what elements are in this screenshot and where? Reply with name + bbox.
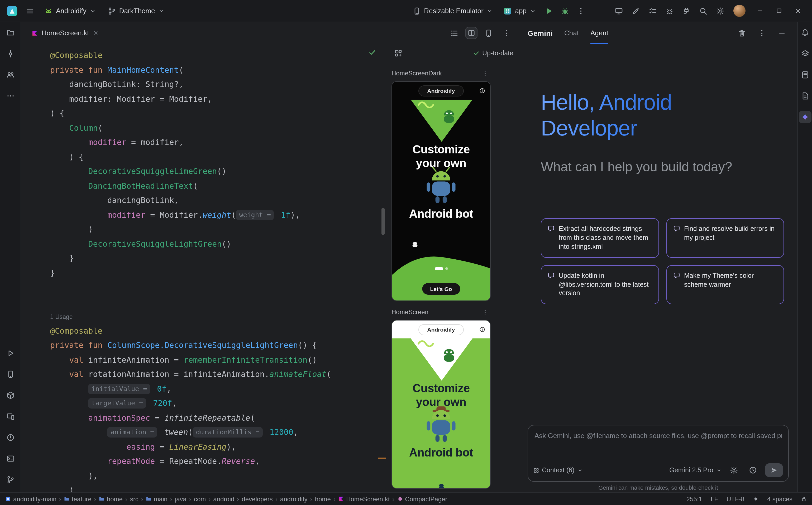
- statusbar-right: 255:1 LF UTF-8 4 spaces: [686, 495, 807, 503]
- android-bot-illustration: [421, 166, 462, 205]
- editor-mode-design-button[interactable]: [482, 26, 495, 40]
- notifications-button[interactable]: [799, 26, 811, 39]
- device-explorer-button[interactable]: [799, 68, 811, 81]
- context-selector[interactable]: Context (6): [534, 467, 583, 474]
- breadcrumb-java[interactable]: java: [175, 495, 187, 503]
- more-run-actions-button[interactable]: [574, 4, 588, 18]
- tab-chat[interactable]: Chat: [564, 22, 579, 44]
- build-tool-button[interactable]: [2, 387, 18, 403]
- breadcrumb-src[interactable]: src: [130, 495, 138, 503]
- window-maximize-button[interactable]: [771, 3, 787, 19]
- indent-selector[interactable]: 4 spaces: [767, 495, 793, 503]
- tab-close-icon[interactable]: [93, 30, 98, 36]
- suggestion-card-2[interactable]: Find and resolve build errors in my proj…: [666, 218, 784, 258]
- editor-mode-code-button[interactable]: [447, 26, 461, 40]
- run-config-name: app: [515, 7, 527, 15]
- breadcrumb-androidify[interactable]: androidify: [280, 495, 308, 503]
- more-tool-windows-button[interactable]: [2, 88, 18, 104]
- window-close-button[interactable]: [790, 3, 806, 19]
- clear-chat-button[interactable]: [735, 26, 749, 40]
- editor-options-button[interactable]: [500, 26, 513, 40]
- preview-headline-bot: Android bot: [392, 207, 490, 221]
- preview-name[interactable]: HomeScreenDark: [391, 69, 442, 77]
- ai-status-icon[interactable]: [753, 496, 759, 502]
- pull-requests-tool-button[interactable]: [2, 67, 18, 83]
- suggestion-card-3[interactable]: Update kotlin in @libs.version.toml to t…: [541, 265, 659, 304]
- gemini-settings-icon[interactable]: [727, 463, 741, 477]
- breadcrumb-HomeScreen.kt[interactable]: HomeScreen.kt: [338, 495, 390, 503]
- inspections-ok-icon[interactable]: [368, 48, 376, 56]
- preview-grid-layout-button[interactable]: [391, 46, 405, 60]
- editor-tab-homescreen[interactable]: HomeScreen.kt: [26, 22, 104, 44]
- editor-mode-split-button[interactable]: [465, 27, 477, 39]
- caret-position[interactable]: 255:1: [686, 495, 702, 503]
- preview-menu-icon[interactable]: [482, 309, 488, 315]
- preview-render-homescreendark[interactable]: Androidify Customizeyour own: [391, 81, 491, 301]
- hide-panel-button[interactable]: [775, 26, 789, 40]
- breadcrumb-developers[interactable]: developers: [242, 495, 272, 503]
- window-minimize-button[interactable]: [752, 3, 768, 19]
- gemini-history-icon[interactable]: [746, 463, 760, 477]
- encoding-selector[interactable]: UTF-8: [726, 495, 744, 503]
- tab-agent[interactable]: Agent: [590, 22, 608, 44]
- suggestion-card-4[interactable]: Make my Theme's color scheme warmer: [666, 265, 784, 304]
- run-config-selector[interactable]: app: [499, 4, 540, 17]
- run-button[interactable]: [542, 4, 556, 18]
- version-control-button[interactable]: [2, 472, 18, 488]
- gemini-options-button[interactable]: [755, 26, 769, 40]
- app-title-pill: Androidify: [419, 324, 464, 335]
- project-selector[interactable]: Androidify: [40, 4, 100, 17]
- profiler-button[interactable]: [799, 47, 811, 60]
- running-devices-button[interactable]: [2, 408, 18, 425]
- send-button[interactable]: [765, 463, 783, 477]
- project-tool-button[interactable]: [2, 25, 18, 41]
- gemini-input[interactable]: [535, 432, 782, 440]
- breadcrumb-home[interactable]: home: [315, 495, 331, 503]
- debug-button[interactable]: [558, 4, 572, 18]
- breadcrumb-home[interactable]: home: [99, 495, 123, 503]
- kotlin-icon: [338, 496, 344, 502]
- preview-menu-icon[interactable]: [482, 70, 488, 76]
- gemini-tool-button[interactable]: [799, 111, 811, 123]
- settings-button[interactable]: [713, 4, 727, 18]
- suggestion-text: Extract all hardcoded strings from this …: [559, 224, 652, 251]
- avatar[interactable]: [733, 5, 745, 17]
- app-quality-insights-button[interactable]: [663, 4, 676, 18]
- todo-list-button[interactable]: [646, 4, 660, 18]
- run-tool-button[interactable]: [2, 345, 18, 361]
- preview-toolbar: Up-to-date: [386, 44, 518, 62]
- titlebar: Androidify DarkTheme Resizable Emulator …: [0, 0, 812, 22]
- suggestion-card-1[interactable]: Extract all hardcoded strings from this …: [541, 218, 659, 258]
- breadcrumb-com[interactable]: com: [194, 495, 206, 503]
- breadcrumb-CompactPager[interactable]: CompactPager: [397, 495, 447, 503]
- code-line: dancingBotLink: String?,: [50, 77, 386, 92]
- preview-render-homescreen[interactable]: Androidify Customizeyour own: [391, 320, 491, 489]
- breadcrumb-feature[interactable]: feature: [64, 495, 92, 503]
- terminal-tool-button[interactable]: [2, 451, 18, 467]
- editor-scrollbar[interactable]: [381, 208, 385, 235]
- code-line: initialValue = 0f,: [50, 382, 386, 396]
- commit-tool-button[interactable]: [2, 46, 18, 62]
- lets-go-button[interactable]: Let's Go: [422, 283, 460, 295]
- ai-actions-button[interactable]: [629, 4, 643, 18]
- device-manager-button[interactable]: [2, 366, 18, 382]
- logcat-button[interactable]: [799, 90, 811, 102]
- chevron-down-icon: [90, 8, 96, 14]
- main-menu-button[interactable]: [23, 4, 37, 18]
- breadcrumb-android[interactable]: android: [213, 495, 234, 503]
- code-line: DancingBotHeadlineText(: [50, 179, 386, 193]
- preview-name[interactable]: HomeScreen: [391, 308, 429, 316]
- device-mirroring-button[interactable]: [612, 4, 626, 18]
- problems-tool-button[interactable]: [2, 430, 18, 446]
- line-ending-selector[interactable]: LF: [711, 495, 718, 503]
- breadcrumb-main[interactable]: main: [146, 495, 167, 503]
- breadcrumb-separator: ›: [208, 495, 211, 503]
- search-everywhere-button[interactable]: [696, 4, 710, 18]
- code-editor[interactable]: @Composableprivate fun MainHomeContent( …: [21, 44, 386, 492]
- device-selector[interactable]: Resizable Emulator: [408, 4, 497, 17]
- breadcrumb-androidify-main[interactable]: androidify-main: [5, 495, 56, 503]
- model-selector[interactable]: Gemini 2.5 Pro: [669, 467, 722, 474]
- sync-plugins-button[interactable]: [680, 4, 693, 18]
- readonly-lock-icon[interactable]: [801, 496, 807, 502]
- branch-selector[interactable]: DarkTheme: [103, 4, 169, 17]
